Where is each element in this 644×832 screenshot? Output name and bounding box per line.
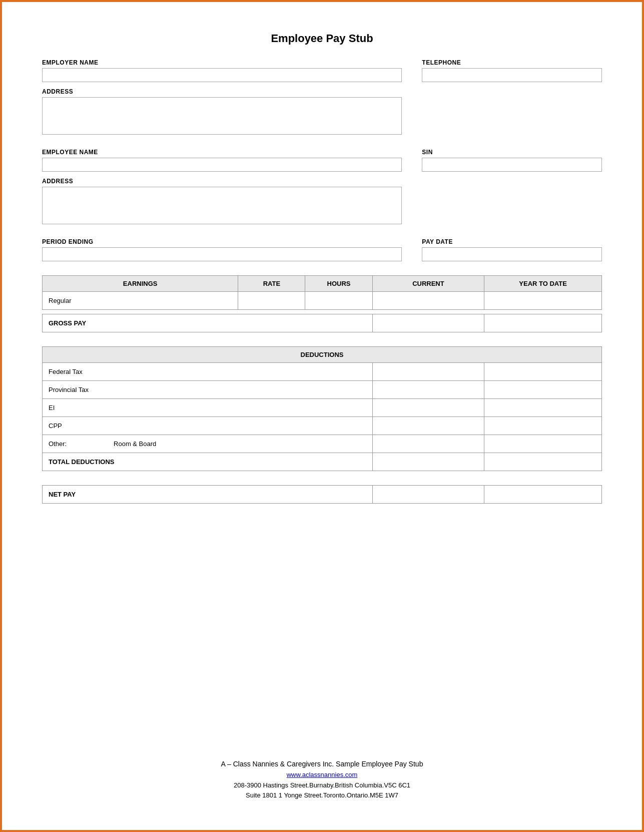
earnings-row-regular: Regular xyxy=(43,292,602,310)
footer-website[interactable]: www.aclassnannies.com xyxy=(221,771,423,778)
sin-input[interactable] xyxy=(422,158,602,172)
grosspay-row: GROSS PAY xyxy=(43,314,602,332)
period-ending-input[interactable] xyxy=(42,247,402,261)
rate-col-header: RATE xyxy=(238,276,305,292)
deductions-row-total: TOTAL DEDUCTIONS xyxy=(43,453,602,471)
grosspay-ytd[interactable] xyxy=(484,314,602,332)
total-deductions-label: TOTAL DEDUCTIONS xyxy=(43,453,373,471)
deductions-row-ei: EI xyxy=(43,399,602,417)
cpp-ytd[interactable] xyxy=(484,417,602,435)
footer: A – Class Nannies & Caregivers Inc. Samp… xyxy=(221,745,423,800)
provincial-tax-label: Provincial Tax xyxy=(43,381,373,399)
netpay-row: NET PAY xyxy=(43,486,602,504)
current-col-header: CURRENT xyxy=(372,276,484,292)
netpay-ytd[interactable] xyxy=(484,486,602,504)
ei-current[interactable] xyxy=(372,399,484,417)
sin-group: SIN xyxy=(422,149,602,224)
grosspay-label: GROSS PAY xyxy=(43,314,373,332)
employee-name-label: EMPLOYEE NAME xyxy=(42,149,402,156)
pay-date-input[interactable] xyxy=(422,247,602,261)
deductions-row-provincial: Provincial Tax xyxy=(43,381,602,399)
total-deductions-current[interactable] xyxy=(372,453,484,471)
page-title: Employee Pay Stub xyxy=(271,32,373,45)
provincial-tax-current[interactable] xyxy=(372,381,484,399)
period-ending-group: PERIOD ENDING xyxy=(42,238,402,261)
cpp-label: CPP xyxy=(43,417,373,435)
footer-address1: 208-3900 Hastings Street.Burnaby.British… xyxy=(221,780,423,790)
employee-name-group: EMPLOYEE NAME ADDRESS xyxy=(42,149,402,224)
employee-row: EMPLOYEE NAME ADDRESS SIN xyxy=(42,149,602,224)
earnings-row-regular-rate[interactable] xyxy=(238,292,305,310)
earnings-col-header: EARNINGS xyxy=(43,276,238,292)
employer-address-input[interactable] xyxy=(42,97,402,135)
federal-tax-ytd[interactable] xyxy=(484,363,602,381)
netpay-current[interactable] xyxy=(372,486,484,504)
earnings-row-regular-label: Regular xyxy=(43,292,238,310)
other-ytd[interactable] xyxy=(484,435,602,453)
employer-row: EMPLOYER NAME ADDRESS TELEPHONE xyxy=(42,59,602,135)
earnings-row-regular-ytd[interactable] xyxy=(484,292,602,310)
period-row: PERIOD ENDING PAY DATE xyxy=(42,238,602,261)
total-deductions-ytd[interactable] xyxy=(484,453,602,471)
deductions-row-other: Other: Room & Board xyxy=(43,435,602,453)
earnings-row-regular-hours[interactable] xyxy=(305,292,372,310)
ytd-col-header: YEAR TO DATE xyxy=(484,276,602,292)
deductions-table: DEDUCTIONS Federal Tax Provincial Tax EI xyxy=(42,346,602,471)
telephone-input[interactable] xyxy=(422,68,602,82)
earnings-table: EARNINGS RATE HOURS CURRENT YEAR TO DATE… xyxy=(42,275,602,310)
employee-address-input[interactable] xyxy=(42,187,402,224)
earnings-header-row: EARNINGS RATE HOURS CURRENT YEAR TO DATE xyxy=(43,276,602,292)
federal-tax-label: Federal Tax xyxy=(43,363,373,381)
telephone-group: TELEPHONE xyxy=(422,59,602,135)
ei-label: EI xyxy=(43,399,373,417)
federal-tax-current[interactable] xyxy=(372,363,484,381)
employer-name-label: EMPLOYER NAME xyxy=(42,59,402,66)
address-label-employer: ADDRESS xyxy=(42,88,402,95)
footer-company: A – Class Nannies & Caregivers Inc. Samp… xyxy=(221,760,423,768)
deductions-header: DEDUCTIONS xyxy=(43,347,602,363)
employer-name-input[interactable] xyxy=(42,68,402,82)
page-container: Employee Pay Stub EMPLOYER NAME ADDRESS … xyxy=(0,0,644,832)
other-prefix: Other: xyxy=(49,440,67,448)
deductions-row-cpp: CPP xyxy=(43,417,602,435)
deductions-header-row: DEDUCTIONS xyxy=(43,347,602,363)
ei-ytd[interactable] xyxy=(484,399,602,417)
employer-name-group: EMPLOYER NAME ADDRESS xyxy=(42,59,402,135)
other-sublabel: Room & Board xyxy=(114,440,156,448)
footer-address2: Suite 1801 1 Yonge Street.Toronto.Ontari… xyxy=(221,790,423,800)
address-label-employee: ADDRESS xyxy=(42,178,402,185)
deductions-row-federal: Federal Tax xyxy=(43,363,602,381)
telephone-label: TELEPHONE xyxy=(422,59,602,66)
netpay-table: NET PAY xyxy=(42,485,602,504)
cpp-current[interactable] xyxy=(372,417,484,435)
form-content: EMPLOYER NAME ADDRESS TELEPHONE EMPLOYEE… xyxy=(42,59,602,745)
grosspay-current[interactable] xyxy=(372,314,484,332)
provincial-tax-ytd[interactable] xyxy=(484,381,602,399)
other-current[interactable] xyxy=(372,435,484,453)
pay-date-label: PAY DATE xyxy=(422,238,602,245)
other-label: Other: Room & Board xyxy=(43,435,373,453)
grosspay-table: GROSS PAY xyxy=(42,314,602,332)
earnings-row-regular-current[interactable] xyxy=(372,292,484,310)
period-ending-label: PERIOD ENDING xyxy=(42,238,402,245)
netpay-label: NET PAY xyxy=(43,486,373,504)
pay-date-group: PAY DATE xyxy=(422,238,602,261)
sin-label: SIN xyxy=(422,149,602,156)
employee-name-input[interactable] xyxy=(42,158,402,172)
hours-col-header: HOURS xyxy=(305,276,372,292)
